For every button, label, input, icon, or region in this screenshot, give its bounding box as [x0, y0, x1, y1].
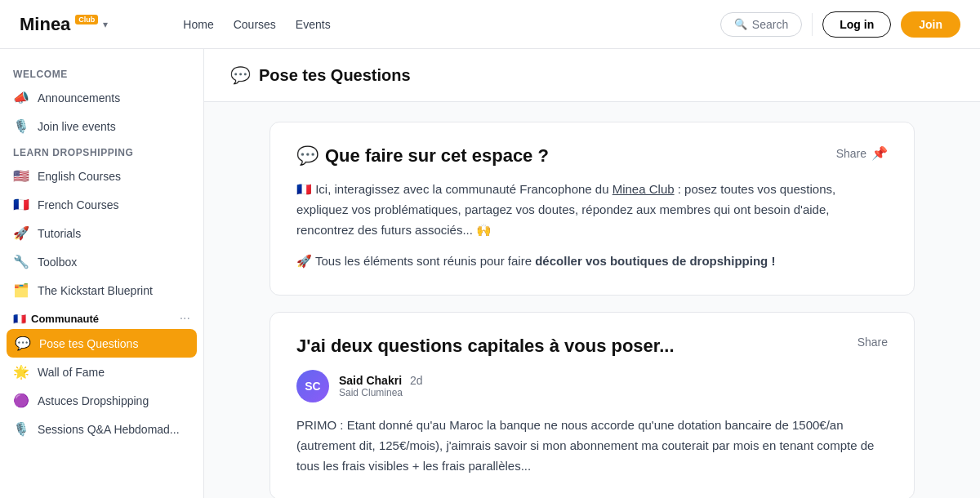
post-2-preview: PRIMO : Etant donné qu'au Maroc la banqu…: [296, 416, 888, 476]
sidebar-item-announcements[interactable]: 📣 Announcements: [0, 83, 203, 112]
post-card-2: J'ai deux questions capitales à vous pos…: [270, 312, 915, 498]
post-1-top: 💬 Que faire sur cet espace ? Share 📌: [296, 145, 888, 167]
live-events-icon: 🎙️: [13, 118, 29, 134]
pose-questions-icon: 💬: [15, 336, 31, 351]
sidebar-item-kickstart-label: The Kickstart Blueprint: [38, 284, 153, 297]
sessions-icon: 🎙️: [13, 421, 29, 437]
sidebar-item-pose-tes-questions[interactable]: 💬 Pose tes Questions: [7, 329, 197, 358]
sidebar-item-astuces-label: Astuces Dropshipping: [38, 394, 149, 407]
communaute-flag: 🇫🇷: [13, 313, 26, 325]
sidebar-item-english-courses[interactable]: 🇺🇸 English Courses: [0, 162, 203, 190]
post-1-title: 💬 Que faire sur cet espace ?: [296, 145, 549, 167]
main-nav: Home Courses Events: [183, 15, 694, 34]
post-1-paragraph-2: 🚀 Tous les éléments sont réunis pour fai…: [296, 251, 888, 272]
sidebar-item-tutorials-label: Tutorials: [38, 227, 81, 240]
post-1-title-icon: 💬: [296, 145, 318, 167]
search-icon: 🔍: [734, 18, 747, 30]
author-name: Said Chakri 2d: [339, 374, 423, 387]
header-actions: 🔍 Search Log in Join: [720, 11, 960, 38]
app-header: Minea Club ▾ Home Courses Events 🔍 Searc…: [0, 0, 980, 49]
sidebar-section-learn: Learn Dropshipping: [0, 140, 203, 162]
page-title: Pose tes Questions: [259, 66, 411, 85]
minea-club-link[interactable]: Minea Club: [612, 182, 675, 196]
sidebar-item-french-courses-label: French Courses: [38, 198, 119, 211]
page-icon: 💬: [230, 65, 251, 85]
kickstart-icon: 🗂️: [13, 282, 29, 298]
post-1-share-button[interactable]: Share 📌: [836, 145, 888, 161]
search-label: Search: [752, 18, 788, 31]
post-2-author-row: SC Said Chakri 2d Said Cluminea: [296, 370, 888, 402]
sidebar-item-astuces-dropshipping[interactable]: 🟣 Astuces Dropshipping: [0, 386, 203, 415]
post-2-top: J'ai deux questions capitales à vous pos…: [296, 336, 888, 357]
post-2-share-button[interactable]: Share: [858, 336, 888, 349]
wall-of-fame-icon: 🌟: [13, 364, 29, 380]
header-divider: [812, 13, 813, 36]
sidebar-item-tutorials[interactable]: 🚀 Tutorials: [0, 219, 203, 247]
posts-list: 💬 Que faire sur cet espace ? Share 📌 🇫🇷 …: [204, 102, 980, 498]
sidebar: Welcome 📣 Announcements 🎙️ Join live eve…: [0, 49, 204, 498]
logo-text: Minea: [20, 14, 70, 35]
communaute-title: 🇫🇷 Communauté: [13, 313, 99, 325]
communaute-section-header: 🇫🇷 Communauté ···: [0, 305, 203, 329]
join-button[interactable]: Join: [901, 11, 960, 38]
toolbox-icon: 🔧: [13, 254, 29, 269]
content-area: 💬 Pose tes Questions 💬 Que faire sur cet…: [204, 49, 980, 498]
content-header: 💬 Pose tes Questions: [204, 49, 980, 102]
post-2-title: J'ai deux questions capitales à vous pos…: [296, 336, 675, 357]
french-courses-icon: 🇫🇷: [13, 197, 29, 212]
astuces-icon: 🟣: [13, 393, 29, 408]
post-card-1: 💬 Que faire sur cet espace ? Share 📌 🇫🇷 …: [270, 122, 915, 296]
english-courses-icon: 🇺🇸: [13, 168, 29, 184]
sidebar-item-english-courses-label: English Courses: [38, 170, 121, 183]
logo[interactable]: Minea Club ▾: [20, 14, 108, 35]
post-2-body: PRIMO : Etant donné qu'au Maroc la banqu…: [296, 416, 888, 476]
post-1-bold-phrase: décoller vos boutiques de dropshipping !: [535, 254, 775, 268]
tutorials-icon: 🚀: [13, 225, 29, 241]
sidebar-item-wall-of-fame[interactable]: 🌟 Wall of Fame: [0, 358, 203, 386]
sidebar-item-join-live-events[interactable]: 🎙️ Join live events: [0, 112, 203, 140]
sidebar-item-pose-questions-label: Pose tes Questions: [39, 337, 138, 350]
nav-events[interactable]: Events: [296, 15, 331, 34]
author-info: Said Chakri 2d Said Cluminea: [339, 374, 423, 398]
nav-courses[interactable]: Courses: [234, 15, 276, 34]
sidebar-item-french-courses[interactable]: 🇫🇷 French Courses: [0, 190, 203, 219]
nav-home[interactable]: Home: [183, 15, 213, 34]
main-layout: Welcome 📣 Announcements 🎙️ Join live eve…: [0, 49, 980, 498]
search-box[interactable]: 🔍 Search: [720, 12, 802, 37]
sidebar-item-kickstart-blueprint[interactable]: 🗂️ The Kickstart Blueprint: [0, 276, 203, 305]
sidebar-item-sessions-label: Sessions Q&A Hebdomad...: [38, 423, 180, 436]
sidebar-item-toolbox[interactable]: 🔧 Toolbox: [0, 247, 203, 276]
sidebar-section-welcome: Welcome: [0, 62, 203, 83]
sidebar-item-sessions-qna[interactable]: 🎙️ Sessions Q&A Hebdomad...: [0, 415, 203, 443]
post-1-paragraph-1: 🇫🇷 Ici, interagissez avec la communauté …: [296, 180, 888, 240]
sidebar-item-wall-of-fame-label: Wall of Fame: [38, 366, 105, 379]
login-button[interactable]: Log in: [822, 11, 891, 38]
post-1-body: 🇫🇷 Ici, interagissez avec la communauté …: [296, 180, 888, 272]
communaute-more-button[interactable]: ···: [180, 311, 190, 326]
sidebar-item-join-live-label: Join live events: [38, 120, 116, 133]
announcements-icon: 📣: [13, 90, 29, 105]
sidebar-item-toolbox-label: Toolbox: [38, 256, 77, 269]
chevron-down-icon: ▾: [103, 19, 108, 30]
logo-badge: Club: [75, 15, 98, 24]
avatar: SC: [296, 370, 329, 402]
post-2-timestamp: 2d: [410, 374, 423, 387]
pin-icon: 📌: [871, 145, 888, 161]
author-handle: Said Cluminea: [339, 387, 423, 398]
sidebar-item-announcements-label: Announcements: [38, 91, 120, 104]
